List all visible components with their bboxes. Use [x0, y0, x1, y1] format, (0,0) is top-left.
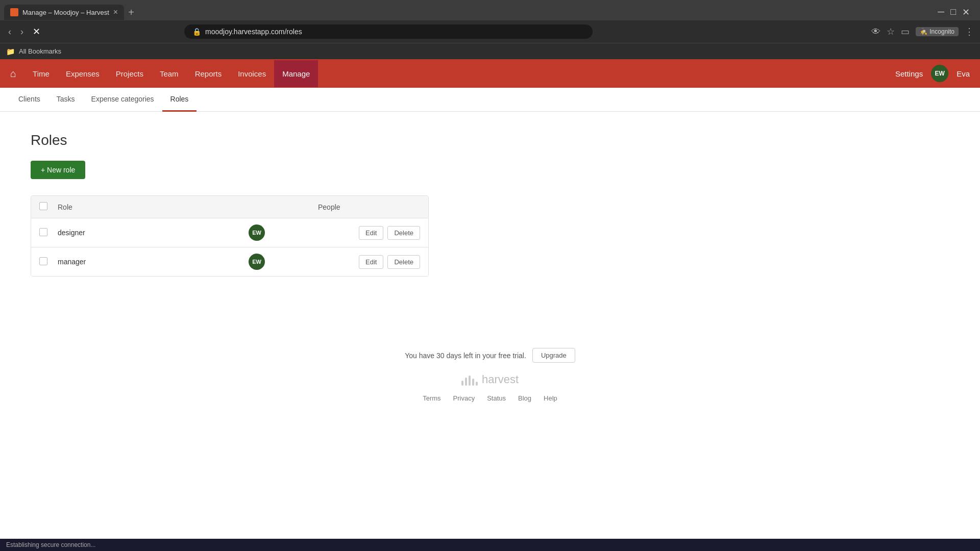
- browser-toolbar: ‹ › ✕ 🔒 moodjoy.harvestapp.com/roles 👁 ☆…: [0, 20, 980, 43]
- app: ⌂ Time Expenses Projects Team Reports In…: [0, 59, 980, 518]
- toolbar-icons: 👁 ☆ ▭ 🕵 Incognito ⋮: [871, 26, 974, 37]
- new-tab-button[interactable]: +: [124, 5, 138, 20]
- delete-button-manager[interactable]: Delete: [387, 255, 420, 269]
- row-checkbox-manager[interactable]: [39, 257, 47, 265]
- nav-links: Time Expenses Projects Team Reports Invo…: [24, 60, 318, 87]
- table-row: manager EW Edit Delete: [31, 247, 428, 276]
- forward-button[interactable]: ›: [18, 24, 26, 39]
- nav-projects[interactable]: Projects: [108, 60, 152, 87]
- actions-manager: Edit Delete: [359, 255, 420, 269]
- reload-button[interactable]: ✕: [31, 24, 42, 39]
- nav-team[interactable]: Team: [152, 60, 187, 87]
- roles-table: Role People designer EW Edit Delete: [31, 195, 429, 277]
- trial-notice: You have 30 days left in your free trial…: [10, 348, 970, 363]
- window-controls: ─ □ ✕: [938, 7, 976, 18]
- page-footer: You have 30 days left in your free trial…: [0, 328, 980, 422]
- delete-button-designer[interactable]: Delete: [387, 226, 420, 240]
- home-icon[interactable]: ⌂: [10, 68, 16, 80]
- address-bar[interactable]: 🔒 moodjoy.harvestapp.com/roles: [184, 24, 593, 39]
- nav-invoices[interactable]: Invoices: [230, 60, 274, 87]
- subnav-roles[interactable]: Roles: [162, 88, 197, 112]
- subnav-expense-categories[interactable]: Expense categories: [83, 88, 162, 112]
- bar5: [476, 382, 478, 386]
- sidebar-icon[interactable]: ▭: [901, 26, 910, 37]
- nav-expenses[interactable]: Expenses: [58, 60, 108, 87]
- people-cell-manager: EW: [249, 254, 351, 270]
- right-section: Settings EW Eva: [895, 65, 970, 82]
- subnav-clients[interactable]: Clients: [10, 88, 48, 112]
- incognito-label: Incognito: [929, 28, 954, 35]
- avatar-manager: EW: [249, 254, 265, 270]
- upgrade-button[interactable]: Upgrade: [532, 348, 575, 363]
- lock-icon: 🔒: [192, 28, 201, 36]
- nav-manage[interactable]: Manage: [274, 60, 318, 87]
- footer-terms[interactable]: Terms: [423, 394, 440, 402]
- role-column-header: Role: [58, 203, 310, 211]
- table-row: designer EW Edit Delete: [31, 218, 428, 247]
- people-column-header: People: [318, 203, 420, 211]
- user-avatar: EW: [931, 65, 948, 82]
- footer-privacy[interactable]: Privacy: [453, 394, 475, 402]
- select-all-checkbox[interactable]: [39, 202, 47, 210]
- harvest-bars-icon: [461, 373, 478, 386]
- footer-links: Terms Privacy Status Blog Help: [10, 394, 970, 402]
- bar4: [472, 379, 474, 386]
- close-window-button[interactable]: ✕: [962, 7, 970, 18]
- bar1: [461, 381, 463, 386]
- avatar-designer: EW: [249, 224, 265, 241]
- all-bookmarks-button[interactable]: All Bookmarks: [19, 47, 61, 55]
- tab-close-button[interactable]: ×: [113, 8, 118, 17]
- footer-help[interactable]: Help: [544, 394, 557, 402]
- url-text: moodjoy.harvestapp.com/roles: [205, 28, 302, 36]
- bookmarks-bar: 📁 All Bookmarks: [0, 43, 980, 59]
- footer-blog[interactable]: Blog: [518, 394, 531, 402]
- trial-notice-text: You have 30 days left in your free trial…: [405, 352, 526, 360]
- incognito-badge: 🕵 Incognito: [916, 27, 959, 36]
- star-icon[interactable]: ☆: [887, 26, 895, 37]
- actions-designer: Edit Delete: [359, 226, 420, 240]
- role-name-designer: designer: [58, 229, 240, 237]
- settings-link[interactable]: Settings: [895, 69, 923, 78]
- nav-time[interactable]: Time: [24, 60, 58, 87]
- edit-button-designer[interactable]: Edit: [359, 226, 383, 240]
- top-nav: ⌂ Time Expenses Projects Team Reports In…: [0, 59, 980, 88]
- new-role-button[interactable]: + New role: [31, 161, 85, 179]
- nav-reports[interactable]: Reports: [187, 60, 230, 87]
- bookmarks-folder-icon: 📁: [6, 47, 15, 56]
- edit-button-manager[interactable]: Edit: [359, 255, 383, 269]
- tab-bar: Manage – Moodjoy – Harvest × + ─ □ ✕: [0, 0, 980, 20]
- page-title: Roles: [31, 132, 949, 148]
- people-cell-designer: EW: [249, 224, 351, 241]
- main-content: Roles + New role Role People designer EW: [0, 112, 980, 297]
- tab-title: Manage – Moodjoy – Harvest: [22, 9, 109, 16]
- eye-off-icon: 👁: [871, 27, 880, 37]
- user-name[interactable]: Eva: [957, 69, 970, 78]
- browser-tab[interactable]: Manage – Moodjoy – Harvest ×: [4, 5, 124, 20]
- footer-status[interactable]: Status: [487, 394, 506, 402]
- harvest-wordmark: harvest: [482, 373, 519, 386]
- tab-favicon: [10, 8, 18, 16]
- sub-nav: Clients Tasks Expense categories Roles: [0, 88, 980, 112]
- row-checkbox-designer[interactable]: [39, 228, 47, 236]
- subnav-tasks[interactable]: Tasks: [48, 88, 83, 112]
- bar2: [465, 378, 467, 386]
- table-header: Role People: [31, 196, 428, 218]
- incognito-icon: 🕵: [920, 28, 927, 35]
- browser-chrome: Manage – Moodjoy – Harvest × + ─ □ ✕ ‹ ›…: [0, 0, 980, 59]
- role-name-manager: manager: [58, 258, 240, 266]
- menu-icon[interactable]: ⋮: [965, 26, 974, 37]
- back-button[interactable]: ‹: [6, 24, 13, 39]
- bar3: [469, 375, 471, 386]
- maximize-button[interactable]: □: [950, 7, 956, 18]
- minimize-button[interactable]: ─: [938, 7, 944, 18]
- harvest-logo: harvest: [10, 373, 970, 386]
